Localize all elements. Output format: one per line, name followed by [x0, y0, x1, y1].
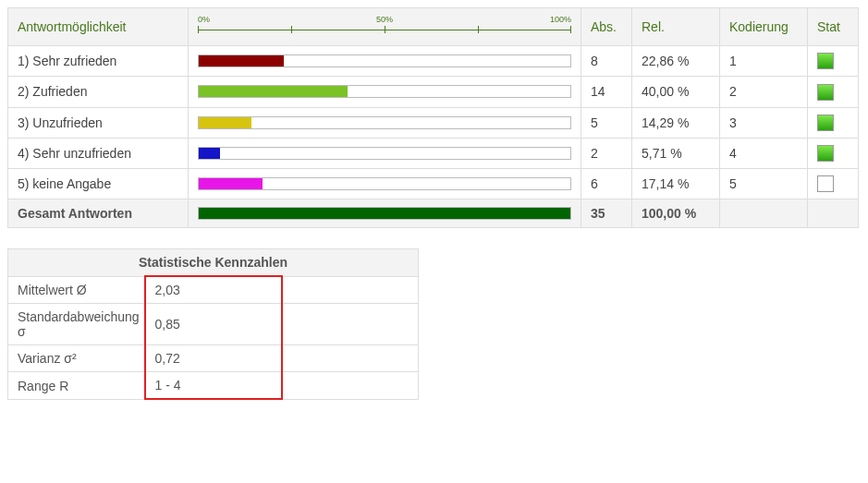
row-label: 2) Zufrieden [8, 77, 189, 107]
row-rel: 5,71 % [632, 138, 720, 168]
bar-fill [199, 148, 220, 159]
axis-tick [478, 26, 479, 33]
axis-label-0: 0% [198, 15, 210, 24]
stats-blank [282, 372, 419, 400]
total-stat [808, 199, 859, 228]
row-abs: 5 [581, 107, 632, 138]
axis-tick [198, 26, 199, 33]
axis: 0% 50% 100% [198, 15, 571, 39]
stats-row: Range R1 - 4 [8, 372, 419, 400]
table-row: 4) Sehr unzufrieden25,71 %4 [8, 138, 859, 168]
bar-fill [199, 86, 348, 97]
row-label: 4) Sehr unzufrieden [8, 138, 189, 168]
header-abs: Abs. [581, 8, 632, 46]
stats-label: Range R [8, 372, 145, 400]
row-abs: 2 [581, 138, 632, 168]
row-bar-cell [189, 77, 581, 107]
row-rel: 17,14 % [632, 169, 720, 199]
stats-label: Mittelwert Ø [8, 276, 145, 304]
row-coding: 2 [720, 77, 808, 107]
header-axis: 0% 50% 100% [189, 8, 581, 46]
stats-label: Varianz σ² [8, 345, 145, 372]
stat-toggle[interactable] [817, 145, 834, 162]
stats-blank [282, 304, 419, 345]
row-stat-cell [808, 138, 859, 168]
bar-fill [199, 117, 251, 128]
stats-value: 2,03 [145, 276, 282, 304]
row-rel: 14,29 % [632, 107, 720, 138]
stats-row: Varianz σ²0,72 [8, 345, 419, 372]
table-row-total: Gesamt Antworten35100,00 % [8, 199, 859, 228]
row-label: 3) Unzufrieden [8, 107, 189, 138]
stats-row: Standardabweichung σ0,85 [8, 304, 419, 345]
stats-value: 0,72 [145, 345, 282, 372]
row-label: 1) Sehr zufrieden [8, 46, 189, 77]
table-row: 5) keine Angabe617,14 %5 [8, 169, 859, 199]
total-rel: 100,00 % [632, 199, 720, 228]
stats-table: Statistische Kennzahlen Mittelwert Ø2,03… [7, 248, 419, 400]
axis-label-100: 100% [550, 15, 571, 24]
stats-label: Standardabweichung σ [8, 304, 145, 345]
header-rel: Rel. [632, 8, 720, 46]
row-coding: 3 [720, 107, 808, 138]
row-rel: 22,86 % [632, 46, 720, 77]
header-answer: Antwortmöglichkeit [8, 8, 189, 46]
bar-frame [198, 54, 571, 67]
total-abs: 35 [581, 199, 632, 228]
stats-blank [282, 276, 419, 304]
stats-title: Statistische Kennzahlen [8, 249, 419, 277]
row-bar-cell [189, 46, 581, 77]
row-abs: 8 [581, 46, 632, 77]
stat-toggle[interactable] [817, 175, 834, 192]
stats-value: 1 - 4 [145, 372, 282, 400]
bar-fill [199, 55, 284, 66]
total-bar-cell [189, 199, 581, 228]
stats-value: 0,85 [145, 304, 282, 345]
axis-tick [291, 26, 292, 33]
row-bar-cell [189, 107, 581, 138]
table-row: 1) Sehr zufrieden822,86 %1 [8, 46, 859, 77]
total-label: Gesamt Antworten [8, 199, 189, 228]
row-abs: 6 [581, 169, 632, 199]
stats-row: Mittelwert Ø2,03 [8, 276, 419, 304]
row-coding: 5 [720, 169, 808, 199]
stats-blank [282, 345, 419, 372]
row-stat-cell [808, 46, 859, 77]
axis-label-50: 50% [376, 15, 393, 24]
row-bar-cell [189, 138, 581, 168]
stat-toggle[interactable] [817, 84, 834, 101]
stat-toggle[interactable] [817, 115, 834, 131]
table-row: 2) Zufrieden1440,00 %2 [8, 77, 859, 107]
bar-frame [198, 85, 571, 98]
response-table: Antwortmöglichkeit 0% 50% 100% Abs. Rel.… [7, 7, 859, 228]
axis-tick [385, 26, 385, 33]
header-stat: Stat [808, 8, 859, 46]
row-abs: 14 [581, 77, 632, 107]
row-bar-cell [189, 169, 581, 199]
row-stat-cell [808, 107, 859, 138]
stat-toggle[interactable] [817, 53, 834, 69]
bar-frame [198, 147, 571, 160]
row-stat-cell [808, 77, 859, 107]
row-rel: 40,00 % [632, 77, 720, 107]
row-label: 5) keine Angabe [8, 169, 189, 199]
bar-fill [199, 178, 263, 189]
bar-frame [198, 116, 571, 129]
row-coding: 1 [720, 46, 808, 77]
table-row: 3) Unzufrieden514,29 %3 [8, 107, 859, 138]
row-stat-cell [808, 169, 859, 199]
axis-tick [570, 26, 571, 33]
bar-frame [198, 177, 571, 190]
total-coding [720, 199, 808, 228]
row-coding: 4 [720, 138, 808, 168]
bar-fill [199, 208, 570, 219]
bar-frame [198, 207, 571, 220]
header-coding: Kodierung [720, 8, 808, 46]
